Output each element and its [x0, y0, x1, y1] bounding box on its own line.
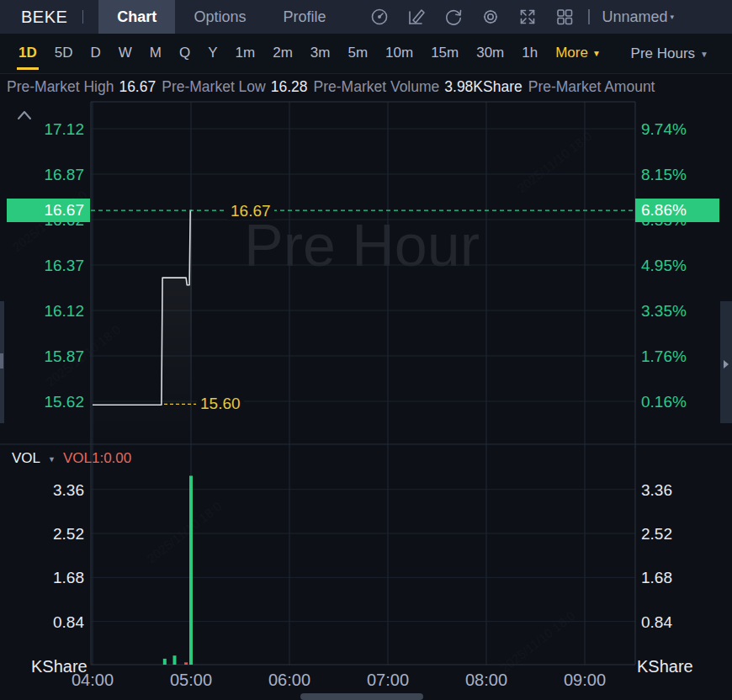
volume-axis-label-left: 1.68: [53, 569, 84, 586]
price-axis-label: 15.62: [44, 393, 84, 411]
settings-icon[interactable]: [480, 6, 501, 28]
timeframe-1m[interactable]: 1m: [236, 34, 256, 74]
chart-canvas[interactable]: Pre Hour2025/11/10 18:02025/11/10 18:020…: [0, 0, 732, 700]
timeframe-1h[interactable]: 1h: [522, 34, 538, 74]
timeframe-5d[interactable]: 5D: [55, 34, 73, 74]
time-axis-label: 07:00: [367, 671, 409, 689]
gauge-icon[interactable]: [369, 6, 390, 28]
time-axis-label: 05:00: [170, 671, 212, 689]
timeframe-y[interactable]: Y: [208, 34, 217, 74]
diagonal-watermark: 2025/11/10 18:0: [144, 499, 224, 565]
volume-axis-label-right: 1.68: [641, 569, 672, 586]
symbol-title: BEKE: [21, 8, 67, 27]
timeframe-w[interactable]: W: [119, 34, 132, 74]
percent-axis-label: 4.95%: [641, 257, 687, 274]
timeframe-10m[interactable]: 10m: [385, 34, 413, 74]
volume-axis-label-right: 2.52: [641, 525, 672, 543]
volume-unit-left: KShare: [31, 657, 88, 676]
horizontal-scrollbar-thumb[interactable]: [300, 693, 423, 700]
toolbar-icon-group: [361, 6, 583, 28]
vol-indicator-value: VOL1:0.00: [63, 450, 131, 467]
volume-bar: [184, 662, 188, 665]
premarket-info-row: Pre-Market High 16.67 Pre-Market Low 16.…: [0, 74, 732, 99]
time-axis-label: 08:00: [465, 671, 507, 689]
premarket-high-label: Pre-Market High: [7, 78, 114, 96]
session-high-flag: 16.67: [227, 202, 274, 220]
timeframe-bar: 1D5DDWMQY1m2m3m5m10m15m30m1hMore▼Pre Hou…: [0, 34, 732, 74]
session-watermark: Pre Hour: [244, 213, 480, 278]
price-axis-label: 17.12: [44, 120, 84, 138]
collapse-pane-chevron-icon[interactable]: [16, 109, 33, 122]
volume-axis-label-right: 3.36: [641, 481, 672, 499]
volume-axis-label-left: 2.52: [53, 525, 84, 543]
workspace-caret-icon[interactable]: ▾: [671, 13, 675, 21]
current-price-badge: 16.67: [7, 199, 90, 222]
timeframe-m[interactable]: M: [150, 34, 162, 74]
timeframe-1d[interactable]: 1D: [19, 34, 37, 74]
tab-options[interactable]: Options: [175, 0, 264, 34]
premarket-volume-label: Pre-Market Volume: [314, 78, 440, 96]
draw-icon[interactable]: [406, 6, 427, 28]
premarket-volume-value: 3.98KShare: [444, 78, 522, 96]
premarket-low-label: Pre-Market Low: [162, 78, 266, 96]
time-axis-label: 06:00: [268, 671, 310, 689]
timeframe-3m[interactable]: 3m: [310, 34, 331, 74]
vol-indicator-label[interactable]: VOL: [12, 450, 40, 467]
volume-axis-label-left: 3.36: [53, 481, 84, 499]
percent-axis-label: 1.76%: [641, 347, 687, 365]
timeframe-q[interactable]: Q: [179, 34, 190, 74]
volume-unit-right: KShare: [637, 657, 693, 676]
timeframe-2m[interactable]: 2m: [273, 34, 293, 74]
refresh-icon[interactable]: [443, 6, 464, 28]
session-caret-icon: ▼: [700, 50, 708, 59]
time-axis-label: 09:00: [564, 671, 606, 689]
right-panel-arrow-icon[interactable]: [724, 360, 729, 369]
percent-axis-label: 9.74%: [641, 120, 687, 138]
tab-profile[interactable]: Profile: [264, 0, 344, 34]
session-selector[interactable]: Pre Hours▼: [631, 45, 708, 62]
top-header-bar: BEKE Chart Options Profile: [0, 0, 732, 34]
premarket-high-value: 16.67: [119, 78, 156, 96]
workspace-selector[interactable]: Unnamed: [602, 8, 667, 26]
volume-bar: [173, 655, 177, 665]
volume-bar: [163, 659, 167, 665]
volume-bar: [189, 476, 193, 666]
price-axis-label: 16.37: [44, 257, 84, 274]
diagonal-watermark: 2025/11/10 18:0: [514, 129, 594, 195]
layout-grid-icon[interactable]: [554, 6, 576, 28]
timeframe-d[interactable]: D: [90, 34, 100, 74]
timeframe-5m[interactable]: 5m: [347, 34, 368, 74]
timeframe-more-dropdown[interactable]: More▼: [555, 34, 601, 74]
fullscreen-icon[interactable]: [517, 6, 538, 28]
vol-dropdown-caret-icon[interactable]: ▼: [48, 455, 56, 464]
premarket-low-value: 16.28: [271, 78, 308, 96]
price-axis-label: 16.12: [44, 302, 84, 320]
percent-axis-label: 0.16%: [641, 393, 687, 411]
trading-app-window: Pre Hour2025/11/10 18:02025/11/10 18:020…: [0, 0, 732, 700]
price-axis-label: 16.87: [44, 166, 84, 183]
premarket-amount-label: Pre-Market Amount: [528, 78, 655, 96]
percent-axis-label: 8.15%: [641, 166, 687, 183]
volume-indicator-header[interactable]: VOL ▼ VOL1:0.00: [0, 445, 353, 471]
price-axis-label: 15.87: [44, 347, 84, 365]
percent-axis-label: 3.35%: [641, 302, 687, 320]
timeframe-15m[interactable]: 15m: [431, 34, 459, 74]
volume-axis-label-right: 0.84: [641, 613, 672, 631]
left-panel-toggle-handle[interactable]: [0, 353, 3, 369]
header-separator: [82, 10, 83, 24]
header-separator-2: [588, 9, 590, 24]
timeframe-30m[interactable]: 30m: [476, 34, 504, 74]
current-change-badge: 6.86%: [635, 199, 719, 222]
tab-chart[interactable]: Chart: [98, 0, 175, 34]
more-caret-icon: ▼: [592, 34, 601, 73]
session-low-flag: 15.60: [197, 395, 244, 412]
volume-axis-label-left: 0.84: [53, 613, 84, 631]
